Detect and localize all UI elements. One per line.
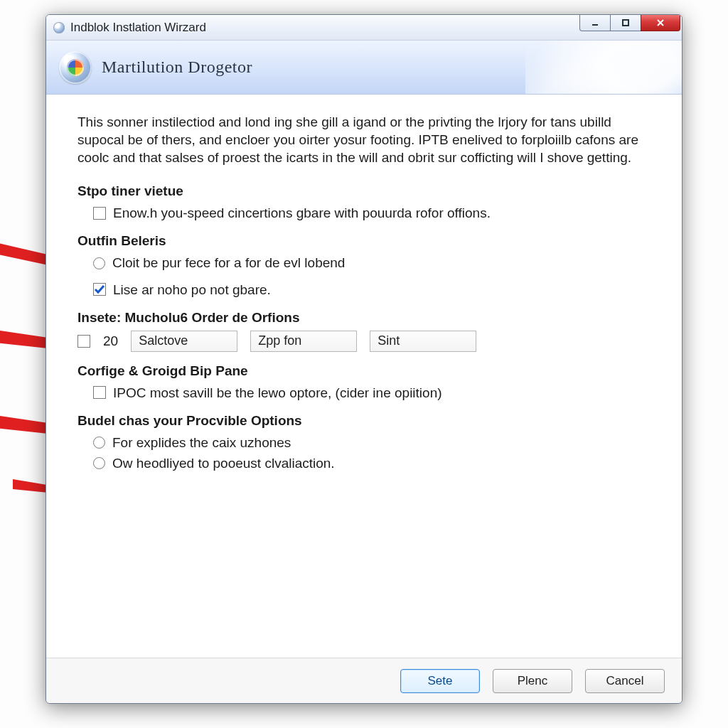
radio-budel-2-label: Ow heodliyed to pooeust clvaliaction. [112, 454, 335, 472]
radio-budel-1[interactable] [93, 437, 105, 449]
app-icon [53, 22, 65, 33]
checkbox-corfige-1-label: IPOC most savill be the lewo optore, (ci… [113, 384, 442, 402]
header-banner: Martilution Drogetor [46, 41, 682, 95]
checkbox-stpo-1[interactable] [93, 207, 106, 220]
insete-field-3[interactable]: Sint [370, 331, 476, 352]
content-area: This sonner instilectiod and lond ing sh… [46, 95, 682, 658]
checkbox-stpo-1-label: Enow.h you-speed cincertions gbare with … [113, 204, 491, 222]
checkbox-insete-1[interactable] [77, 335, 90, 348]
window-buttons [580, 14, 680, 31]
close-button[interactable] [641, 14, 680, 31]
primary-button[interactable]: Sete [400, 669, 480, 693]
dialog-window: Indblok Instlation Wirzard Martilution D… [46, 14, 682, 704]
radio-outfin-1[interactable] [93, 257, 105, 269]
insete-field-1[interactable]: Salctove [131, 331, 237, 352]
radio-budel-1-label: For explides the caix uzhones [112, 434, 291, 451]
secondary-button[interactable]: Plenc [493, 669, 572, 693]
radio-budel-2[interactable] [93, 457, 105, 469]
svg-rect-5 [623, 20, 628, 26]
radio-outfin-1-label: Cloit be pur fece for a for de evl loben… [112, 254, 345, 272]
checkbox-outfin-1-label: Lise ar noho po not gbare. [113, 281, 271, 299]
footer: Sete Plenc Cancel [46, 658, 682, 703]
wizard-heading: Martilution Drogetor [102, 58, 252, 77]
section-insete-title: Insete: Mucholu6 Order de Orfions [77, 309, 651, 326]
insete-number: 20 [103, 332, 118, 350]
section-outfin-title: Outfin Beleris [77, 232, 651, 250]
cancel-button[interactable]: Cancel [585, 669, 665, 693]
wizard-icon [59, 51, 92, 84]
checkbox-outfin-1[interactable] [93, 283, 106, 296]
window-title: Indblok Instlation Wirzard [70, 21, 206, 35]
maximize-button[interactable] [610, 14, 641, 31]
checkbox-corfige-1[interactable] [93, 386, 106, 399]
section-corfige-title: Corfige & Groigd Bip Pane [77, 362, 651, 380]
titlebar[interactable]: Indblok Instlation Wirzard [46, 15, 682, 41]
insete-field-2[interactable]: Zpp fon [250, 331, 357, 352]
minimize-button[interactable] [579, 14, 611, 31]
intro-text: This sonner instilectiod and lond ing sh… [77, 113, 651, 166]
section-stpo-title: Stpo tiner vietue [77, 182, 651, 200]
section-budel-title: Budel chas your Procvible Options [77, 412, 651, 429]
